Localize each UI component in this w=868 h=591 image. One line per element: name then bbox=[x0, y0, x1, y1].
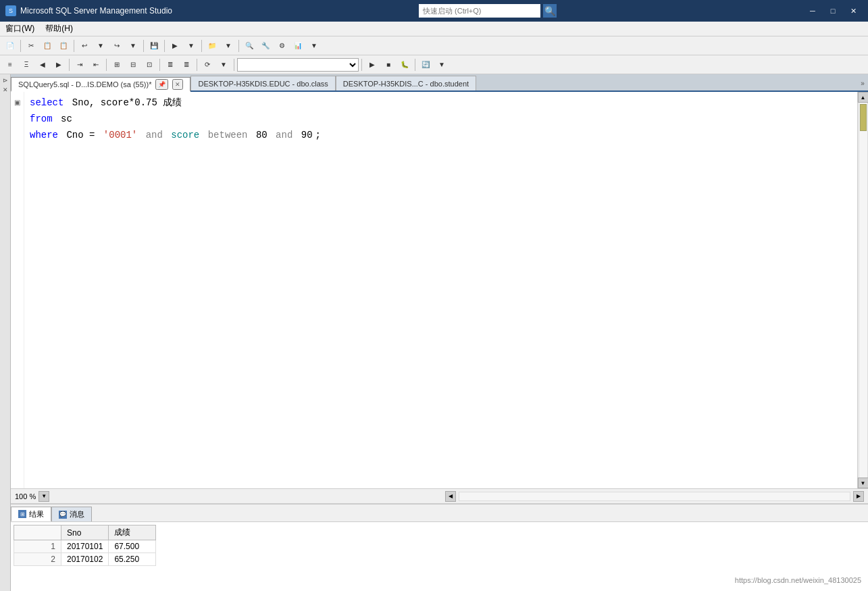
sep1 bbox=[20, 40, 21, 52]
table-row: 1 20170101 67.500 bbox=[14, 540, 156, 553]
results-grid-icon: ⊞ bbox=[18, 510, 26, 518]
right-scrollbar[interactable]: ▲ ▼ bbox=[857, 92, 868, 488]
scroll-track[interactable] bbox=[859, 103, 868, 478]
toolbar2-btn3[interactable]: ◀ bbox=[35, 57, 50, 72]
tab-dbo-student[interactable]: DESKTOP-H35KDIS...C - dbo.student bbox=[336, 76, 476, 91]
toolbar-new-btn[interactable]: 📄 bbox=[3, 38, 18, 53]
tab-sqlquery5[interactable]: SQLQuery5.sql - D...IS.DEMO (sa (55))* 📌… bbox=[11, 77, 190, 92]
toolbar-settings-btn[interactable]: ⚙ bbox=[274, 38, 289, 53]
toolbar2-btn1[interactable]: ≡ bbox=[3, 57, 18, 72]
toolbar-more-btn[interactable]: ▼ bbox=[307, 38, 322, 53]
search-button[interactable]: 🔍 bbox=[543, 4, 557, 18]
window-controls[interactable]: ─ □ ✕ bbox=[803, 4, 863, 18]
results-tab-label: 结果 bbox=[29, 509, 44, 519]
toolbar-cut-btn[interactable]: ✂ bbox=[24, 38, 39, 53]
hscroll-track[interactable] bbox=[459, 492, 850, 501]
toolbar-open-dropdown[interactable]: ▼ bbox=[221, 38, 236, 53]
tab-sqlquery5-pin[interactable]: 📌 bbox=[155, 79, 168, 90]
toolbar2-btn2[interactable]: Ξ bbox=[19, 57, 34, 72]
search-area[interactable]: 🔍 bbox=[419, 4, 557, 18]
sep9 bbox=[159, 59, 160, 71]
zoom-dropdown-btn[interactable]: ▼ bbox=[39, 491, 49, 502]
collapse-arrow[interactable]: ▣ bbox=[14, 95, 20, 111]
col-rownum bbox=[14, 525, 61, 540]
toolbar2-indent-btn[interactable]: ⇥ bbox=[72, 57, 87, 72]
code-content[interactable]: select Sno, score*0.75 成绩 from sc where … bbox=[24, 92, 857, 488]
hscroll-right-btn[interactable]: ▶ bbox=[853, 491, 864, 502]
minimize-button[interactable]: ─ bbox=[803, 4, 822, 18]
toolbar-tools-btn[interactable]: 🔧 bbox=[258, 38, 273, 53]
sep7 bbox=[69, 59, 70, 71]
toolbar-save-btn[interactable]: 💾 bbox=[147, 38, 161, 53]
toolbar2-grid-btn[interactable]: ⊞ bbox=[109, 57, 124, 72]
toolbar-search-btn[interactable]: 🔍 bbox=[242, 38, 257, 53]
toolbar2-extra-btn[interactable]: 🔄 bbox=[418, 57, 433, 72]
hscroll-left-btn[interactable]: ◀ bbox=[445, 491, 456, 502]
toolbar2-exec-btn[interactable]: ▶ bbox=[365, 57, 380, 72]
toolbar-redo-dropdown[interactable]: ▼ bbox=[126, 38, 141, 53]
sep12 bbox=[361, 59, 362, 71]
toolbar2-outdent-btn[interactable]: ⇤ bbox=[88, 57, 103, 72]
tab-dbo-class[interactable]: DESKTOP-H35KDIS.EDUC - dbo.class bbox=[190, 76, 335, 91]
toolbar-redo-btn[interactable]: ↪ bbox=[109, 38, 124, 53]
row-1-num: 1 bbox=[14, 540, 61, 553]
tab-overflow-btn[interactable]: » bbox=[857, 76, 868, 91]
scroll-up-btn[interactable]: ▲ bbox=[858, 92, 869, 103]
sep8 bbox=[106, 59, 107, 71]
score-col: score bbox=[171, 127, 199, 143]
toolbar-open-btn[interactable]: 📁 bbox=[205, 38, 220, 53]
scroll-down-btn[interactable]: ▼ bbox=[858, 478, 869, 488]
keyword-where: where bbox=[30, 127, 58, 143]
panel-pin-btn[interactable]: ⊳ bbox=[1, 76, 10, 85]
toolbar2-btn4[interactable]: ▶ bbox=[51, 57, 66, 72]
toolbar2-grid3-btn[interactable]: ⊡ bbox=[142, 57, 157, 72]
title-bar: S Microsoft SQL Server Management Studio… bbox=[0, 0, 868, 22]
toolbar-chart-btn[interactable]: 📊 bbox=[290, 38, 305, 53]
toolbar2-debug-btn[interactable]: 🐛 bbox=[397, 57, 412, 72]
toolbar2-align-btn[interactable]: ≣ bbox=[163, 57, 178, 72]
close-button[interactable]: ✕ bbox=[844, 4, 863, 18]
toolbar-run-dropdown[interactable]: ▼ bbox=[184, 38, 199, 53]
table-row: 2 20170102 65.250 bbox=[14, 553, 156, 566]
toolbar-copy-btn[interactable]: 📋 bbox=[40, 38, 55, 53]
toolbar-paste-btn[interactable]: 📋 bbox=[56, 38, 71, 53]
where-start: Cno = bbox=[61, 127, 101, 143]
menu-window[interactable]: 窗口(W) bbox=[0, 22, 40, 36]
scroll-thumb[interactable] bbox=[860, 104, 867, 131]
val-80: 80 bbox=[256, 127, 267, 143]
messages-tab-label: 消息 bbox=[70, 509, 84, 519]
gutter: ▣ bbox=[11, 92, 24, 488]
content-wrapper: SQLQuery5.sql - D...IS.DEMO (sa (55))* 📌… bbox=[11, 74, 868, 591]
toolbar2-grid2-btn[interactable]: ⊟ bbox=[126, 57, 141, 72]
status-bar: 100 % ▼ ◀ ▶ bbox=[11, 488, 868, 503]
quick-launch-input[interactable] bbox=[419, 4, 540, 18]
toolbar-undo-dropdown[interactable]: ▼ bbox=[93, 38, 108, 53]
menu-help[interactable]: 帮助(H) bbox=[40, 22, 78, 36]
from-clause: sc bbox=[55, 111, 72, 127]
restore-button[interactable]: □ bbox=[823, 4, 842, 18]
toolbar2-run2-btn[interactable]: ⟳ bbox=[200, 57, 215, 72]
results-msg-icon: 💬 bbox=[59, 511, 67, 519]
toolbar2-run3-btn[interactable]: ▼ bbox=[216, 57, 231, 72]
and-2: and bbox=[270, 127, 299, 143]
results-tab-results[interactable]: ⊞ 结果 bbox=[11, 507, 51, 521]
app-title: Microsoft SQL Server Management Studio bbox=[20, 6, 172, 16]
results-tab-messages[interactable]: 💬 消息 bbox=[51, 507, 92, 521]
sep4 bbox=[164, 40, 165, 52]
code-line-2: from sc bbox=[30, 111, 852, 127]
database-dropdown[interactable] bbox=[237, 58, 359, 72]
string-literal: '0001' bbox=[103, 127, 137, 143]
row-2-sno: 20170102 bbox=[61, 553, 109, 566]
toolbar2-stop-btn[interactable]: ■ bbox=[381, 57, 396, 72]
toolbar-undo-btn[interactable]: ↩ bbox=[77, 38, 92, 53]
toolbar2-extra2-btn[interactable]: ▼ bbox=[434, 57, 449, 72]
title-left: S Microsoft SQL Server Management Studio bbox=[5, 5, 172, 16]
toolbar-run-btn[interactable]: ▶ bbox=[168, 38, 182, 53]
panel-close-btn[interactable]: ✕ bbox=[1, 85, 10, 95]
app-icon: S bbox=[5, 5, 16, 16]
left-panel: ⊳ ✕ bbox=[0, 74, 11, 591]
tab-sqlquery5-label: SQLQuery5.sql - D...IS.DEMO (sa (55))* bbox=[18, 80, 151, 88]
toolbar2-align2-btn[interactable]: ≣ bbox=[179, 57, 194, 72]
tab-dbo-student-label: DESKTOP-H35KDIS...C - dbo.student bbox=[343, 80, 469, 88]
tab-sqlquery5-close[interactable]: ✕ bbox=[172, 79, 183, 90]
